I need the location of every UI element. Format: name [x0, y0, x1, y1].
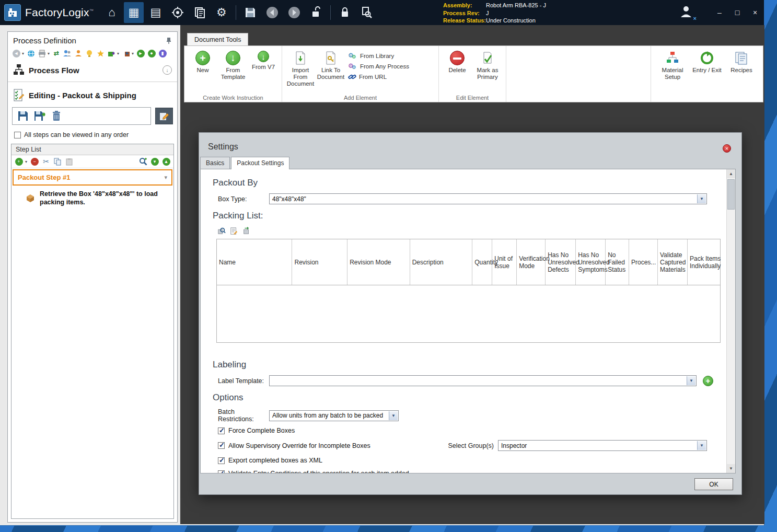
column-header[interactable]: Description — [410, 239, 473, 285]
print-caret-icon[interactable]: ▾ — [48, 51, 50, 56]
award-button[interactable] — [96, 49, 105, 57]
scrollbar-thumb[interactable] — [727, 179, 735, 210]
delete-button[interactable]: Delete — [442, 49, 472, 74]
print-button[interactable] — [38, 49, 46, 57]
work-instructions-button[interactable]: ▦ — [124, 2, 144, 23]
from-any-process-button[interactable]: ⚙⚙ From Any Process — [348, 62, 409, 71]
column-header[interactable]: No Failed Status — [606, 239, 629, 285]
material-setup-button[interactable]: Material Setup — [655, 49, 690, 99]
view-any-order-checkbox[interactable] — [14, 132, 21, 138]
nav-back-caret-icon[interactable]: ▾ — [22, 51, 24, 56]
cut-step-button[interactable]: ✂ — [42, 157, 50, 166]
audit-search-button[interactable] — [357, 2, 377, 23]
scroll-up-button[interactable]: ▲ — [727, 169, 735, 178]
expand-steps-button[interactable]: ▾ — [150, 157, 159, 166]
scroll-down-button[interactable]: ▼ — [727, 464, 735, 473]
add-step-button[interactable]: + — [15, 157, 23, 166]
import-button[interactable] — [122, 49, 130, 57]
save-instruction-button[interactable] — [16, 109, 30, 123]
from-url-button[interactable]: From URL — [348, 73, 409, 81]
export-button[interactable] — [107, 49, 115, 57]
recipes-button[interactable]: Recipes — [724, 49, 759, 99]
edit-list-button[interactable] — [229, 226, 239, 236]
column-header[interactable]: Unit of Issue — [492, 239, 517, 285]
record-button[interactable]: ● — [147, 49, 156, 57]
process-flow-row[interactable]: Process Flow ↓ — [8, 61, 177, 79]
force-complete-boxes-checkbox[interactable] — [218, 427, 225, 434]
save-button[interactable] — [240, 2, 260, 23]
new-button[interactable]: + New — [188, 49, 218, 74]
column-header[interactable]: Pack Items Individually — [688, 239, 720, 285]
copy-step-button[interactable] — [53, 157, 62, 166]
entry-exit-button[interactable]: Entry / Exit — [690, 49, 724, 99]
ok-button[interactable]: OK — [694, 478, 733, 490]
validate-entry-conditions-checkbox[interactable] — [218, 470, 225, 474]
supervisory-override-checkbox[interactable] — [218, 442, 225, 449]
forward-button[interactable] — [284, 2, 304, 23]
pin-icon[interactable] — [166, 37, 172, 44]
dialog-scrollbar[interactable]: ▲ ▼ — [726, 169, 735, 473]
collapse-steps-button[interactable]: ▲ — [162, 157, 170, 166]
tab-packout-settings[interactable]: Packout Settings — [231, 157, 289, 169]
from-v7-button[interactable]: ↓ From V7 — [248, 49, 279, 71]
paste-step-button[interactable] — [65, 157, 73, 166]
nav-back-button[interactable]: ◄ — [12, 49, 20, 57]
run-button[interactable]: ► — [136, 49, 145, 57]
home-button[interactable]: ⌂ — [102, 2, 122, 23]
find-material-button[interactable] — [217, 226, 226, 236]
settings-button[interactable]: ⚙ — [212, 2, 231, 23]
chevron-down-icon[interactable]: ▾ — [164, 174, 167, 181]
navigator-button[interactable] — [168, 2, 188, 23]
column-header[interactable]: Has No Unresolved Symptoms — [576, 239, 606, 285]
minimize-button[interactable]: – — [715, 8, 724, 17]
back-button[interactable] — [262, 2, 282, 23]
batch-restrictions-dropdown[interactable]: Allow units from any batch to be packed … — [269, 410, 399, 421]
add-label-template-button[interactable]: + — [703, 376, 713, 386]
team-button[interactable] — [63, 49, 72, 57]
link-to-document-button[interactable]: Link To Document — [316, 49, 346, 80]
column-header[interactable]: Proces... — [629, 239, 658, 285]
column-header[interactable]: Validate Captured Materials — [658, 239, 688, 285]
column-header[interactable]: Has No Unresolved Defects — [546, 239, 576, 285]
box-type-dropdown[interactable]: 48"x48"x48" ▼ — [269, 193, 707, 204]
column-header[interactable]: Verification Mode — [517, 239, 546, 285]
pause-button[interactable]: ▮ — [158, 49, 167, 57]
web-button[interactable] — [27, 49, 35, 57]
step-description-row[interactable]: Retrieve the Box '48"x48"x48"' to load p… — [11, 187, 173, 210]
unlock-button[interactable] — [306, 2, 326, 23]
dialog-close-button[interactable]: × — [723, 144, 731, 153]
lock-button[interactable] — [335, 2, 355, 23]
refresh-list-button[interactable] — [242, 226, 251, 236]
column-header[interactable]: Revision — [292, 239, 347, 285]
collapse-panel-icon[interactable]: ↓ — [163, 65, 172, 75]
export-caret-icon[interactable]: ▾ — [117, 51, 119, 56]
add-step-caret-icon[interactable]: ▾ — [25, 159, 27, 164]
sync-button[interactable]: ⇄ — [52, 49, 61, 57]
mark-as-primary-button[interactable]: Mark as Primary — [472, 49, 503, 80]
import-instruction-button[interactable] — [32, 109, 47, 123]
user-sign-out-button[interactable]: × — [679, 5, 693, 20]
label-template-dropdown[interactable]: ▼ — [269, 375, 697, 386]
remove-step-button[interactable]: − — [30, 157, 39, 166]
tab-basics[interactable]: Basics — [200, 157, 230, 169]
maximize-button[interactable]: □ — [733, 8, 742, 17]
tab-document-tools[interactable]: Document Tools — [187, 33, 248, 45]
import-from-document-button[interactable]: Import From Document — [285, 49, 316, 87]
select-groups-dropdown[interactable]: Inspector ▼ — [498, 440, 707, 451]
person-button[interactable] — [74, 49, 83, 57]
step-item-packout-step-1[interactable]: Packout Step #1 ▾ — [13, 169, 172, 186]
reports-button[interactable] — [190, 2, 210, 23]
close-window-button[interactable]: × — [750, 8, 760, 17]
notification-button[interactable] — [85, 49, 94, 57]
delete-instruction-button[interactable] — [49, 109, 64, 123]
export-xml-checkbox[interactable] — [218, 457, 225, 464]
edit-work-instruction-button[interactable] — [155, 108, 173, 124]
column-header[interactable]: Quantity — [472, 239, 492, 285]
find-step-button[interactable] — [139, 157, 147, 166]
from-library-button[interactable]: ⚙⚙ From Library — [348, 52, 409, 60]
from-template-button[interactable]: ↓ From Template — [218, 49, 248, 80]
process-documents-button[interactable]: ▤ — [146, 2, 166, 23]
import-caret-icon[interactable]: ▾ — [132, 51, 134, 56]
column-header[interactable]: Name — [217, 239, 292, 285]
column-header[interactable]: Revision Mode — [347, 239, 410, 285]
